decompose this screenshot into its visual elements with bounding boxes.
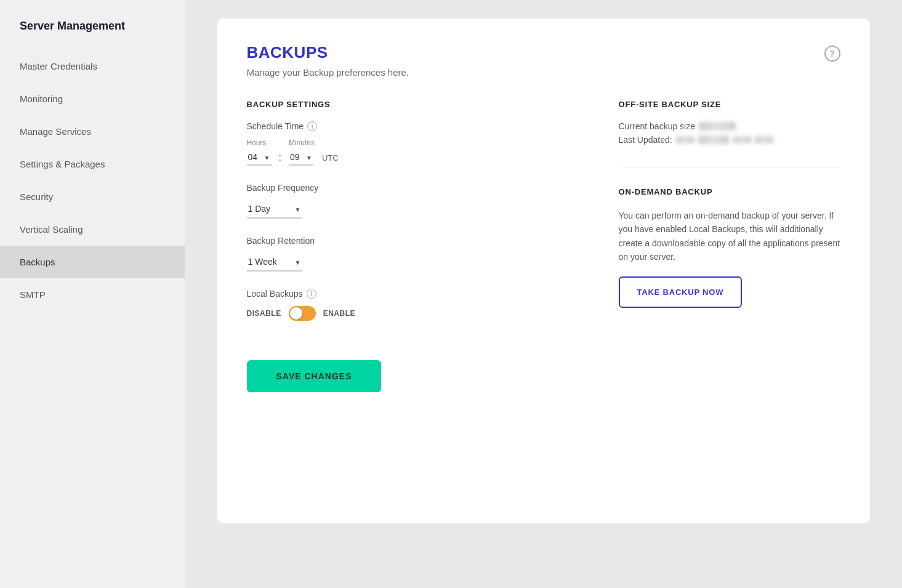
minutes-col: Minutes 09 10 15 ▼ bbox=[289, 139, 315, 166]
minutes-select-wrap: 09 10 15 ▼ bbox=[289, 150, 313, 166]
sidebar-item-master-credentials[interactable]: Master Credentials bbox=[0, 50, 185, 83]
last-updated-date-part1 bbox=[676, 136, 695, 143]
on-demand-title: ON-DEMAND BACKUP bbox=[619, 187, 840, 196]
frequency-select[interactable]: 1 Day 2 Days 3 Days 7 Days bbox=[247, 200, 302, 219]
toggle-row: DISABLE ENABLE bbox=[247, 306, 582, 321]
section-divider bbox=[619, 167, 840, 167]
current-backup-label: Current backup size bbox=[619, 121, 696, 131]
backup-settings-title: BACKUP SETTINGS bbox=[247, 100, 582, 109]
schedule-time-block: Schedule Time i Hours 04 05 06 bbox=[247, 121, 582, 166]
card-header: BACKUPS ? bbox=[247, 43, 840, 62]
offsite-title: OFF-SITE BACKUP SIZE bbox=[619, 100, 840, 109]
page-title: BACKUPS bbox=[247, 43, 328, 62]
on-demand-description: You can perform an on-demand backup of y… bbox=[619, 209, 840, 264]
content-card: BACKUPS ? Manage your Backup preferences… bbox=[217, 18, 870, 523]
left-column: BACKUP SETTINGS Schedule Time i Hours 04 bbox=[247, 100, 582, 392]
local-backups-block: Local Backups i DISABLE ENABLE bbox=[247, 289, 582, 321]
current-backup-value bbox=[699, 122, 736, 131]
last-updated-date-part4 bbox=[755, 136, 773, 143]
sidebar: Server Management Master Credentials Mon… bbox=[0, 0, 185, 588]
sidebar-item-monitoring[interactable]: Monitoring bbox=[0, 83, 185, 115]
schedule-info-icon[interactable]: i bbox=[307, 121, 317, 131]
frequency-label: Backup Frequency bbox=[247, 183, 582, 193]
local-backups-info-icon[interactable]: i bbox=[307, 289, 316, 299]
sidebar-item-settings-packages[interactable]: Settings & Packages bbox=[0, 148, 185, 180]
hours-select[interactable]: 04 05 06 bbox=[247, 150, 272, 166]
current-backup-size-row: Current backup size bbox=[619, 121, 840, 131]
local-backups-toggle[interactable] bbox=[289, 306, 316, 321]
last-updated-date-part2 bbox=[698, 135, 729, 144]
utc-label: UTC bbox=[322, 153, 339, 163]
sidebar-item-security[interactable]: Security bbox=[0, 180, 185, 213]
time-row: Hours 04 05 06 ▼ : bbox=[247, 139, 582, 166]
sidebar-item-smtp[interactable]: SMTP bbox=[0, 278, 185, 311]
schedule-time-label: Schedule Time i bbox=[247, 121, 582, 131]
time-colon: : bbox=[276, 152, 284, 163]
app-title: Server Management bbox=[0, 20, 185, 50]
last-updated-label: Last Updated: bbox=[619, 135, 672, 145]
sidebar-item-backups[interactable]: Backups bbox=[0, 246, 185, 278]
help-icon[interactable]: ? bbox=[824, 46, 840, 62]
hours-select-wrap: 04 05 06 ▼ bbox=[247, 150, 272, 166]
toggle-thumb bbox=[290, 307, 302, 320]
page-subtitle: Manage your Backup preferences here. bbox=[247, 67, 840, 78]
right-column: OFF-SITE BACKUP SIZE Current backup size… bbox=[619, 100, 840, 392]
backup-retention-block: Backup Retention 1 Week 2 Weeks 1 Month … bbox=[247, 236, 582, 272]
toggle-enable-label: ENABLE bbox=[323, 309, 355, 318]
on-demand-section: ON-DEMAND BACKUP You can perform an on-d… bbox=[619, 187, 840, 308]
two-column-layout: BACKUP SETTINGS Schedule Time i Hours 04 bbox=[247, 100, 840, 392]
main-content: BACKUPS ? Manage your Backup preferences… bbox=[185, 0, 902, 588]
hours-col: Hours 04 05 06 ▼ bbox=[247, 139, 272, 166]
sidebar-item-manage-services[interactable]: Manage Services bbox=[0, 115, 185, 148]
frequency-select-wrap: 1 Day 2 Days 3 Days 7 Days ▼ bbox=[247, 200, 302, 219]
retention-select[interactable]: 1 Week 2 Weeks 1 Month bbox=[247, 253, 302, 272]
take-backup-now-button[interactable]: TAKE BACKUP NOW bbox=[619, 276, 743, 308]
hours-label: Hours bbox=[247, 139, 272, 147]
toggle-disable-label: DISABLE bbox=[247, 309, 281, 318]
backup-frequency-block: Backup Frequency 1 Day 2 Days 3 Days 7 D… bbox=[247, 183, 582, 219]
save-changes-button[interactable]: SAVE CHANGES bbox=[247, 360, 382, 392]
offsite-section: OFF-SITE BACKUP SIZE Current backup size… bbox=[619, 100, 840, 145]
last-updated-date-part3 bbox=[733, 136, 751, 143]
sidebar-item-vertical-scaling[interactable]: Vertical Scaling bbox=[0, 213, 185, 246]
minutes-select[interactable]: 09 10 15 bbox=[289, 150, 313, 166]
local-backups-label: Local Backups i bbox=[247, 289, 582, 299]
retention-label: Backup Retention bbox=[247, 236, 582, 246]
minutes-label: Minutes bbox=[289, 139, 315, 147]
retention-select-wrap: 1 Week 2 Weeks 1 Month ▼ bbox=[247, 253, 302, 272]
last-updated-row: Last Updated: bbox=[619, 135, 840, 145]
